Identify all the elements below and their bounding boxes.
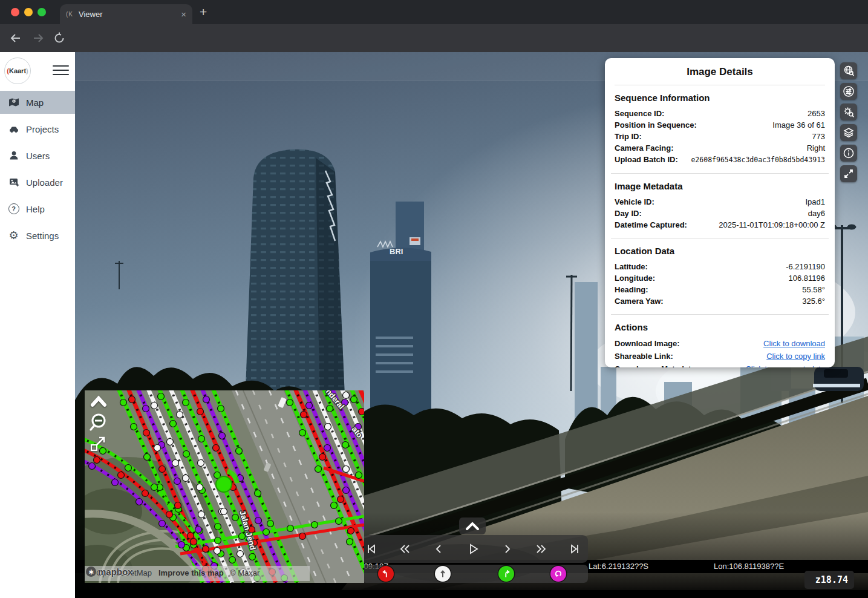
back-button[interactable]	[8, 31, 23, 45]
play-button[interactable]	[466, 542, 480, 556]
browser-tab[interactable]: (K Viewer ×	[60, 4, 192, 24]
sidebar-item-settings[interactable]: ⚙ Settings	[0, 224, 75, 247]
detail-row: Copy Image Metadata: Click to copy metad…	[615, 363, 825, 367]
detail-row: Trip ID: 773	[615, 131, 825, 142]
detail-row: Position in Sequence: Image 36 of 61	[615, 119, 825, 131]
minimap-canvas: nderal ato Jalan Jend	[85, 390, 364, 583]
sidebar-item-help[interactable]: ? Help	[0, 197, 75, 220]
section-title-metadata: Image Metadata	[615, 181, 825, 191]
detail-row: Longitude: 106.81196	[615, 272, 825, 284]
mapbox-star-icon: ∗	[86, 567, 96, 577]
filter-settings-button[interactable]	[840, 83, 857, 100]
minimize-window-button[interactable]	[24, 8, 33, 16]
globe-search-icon	[843, 65, 855, 77]
sidebar-item-uploader[interactable]: Uploader	[0, 171, 75, 194]
tab-title: Viewer	[79, 10, 181, 19]
skip-first-button[interactable]	[364, 542, 379, 556]
section-title-location: Location Data	[615, 246, 825, 256]
detail-row: Latitude: -6.2191190	[615, 261, 825, 272]
zoom-window-button[interactable]	[38, 8, 46, 16]
mapbox-logo[interactable]: ∗ mapbox	[86, 567, 133, 577]
copy-metadata-link[interactable]: Click to copy metadata	[745, 363, 825, 367]
detail-row: Sequence ID: 2653	[615, 108, 825, 119]
close-window-button[interactable]	[11, 8, 19, 16]
car-icon	[8, 123, 19, 134]
maxar-attribution: © Maxar	[230, 568, 259, 577]
collapse-controls-button[interactable]	[459, 518, 486, 534]
sidebar-item-label: Settings	[26, 231, 59, 241]
minimap[interactable]: nderal ato Jalan Jend	[85, 390, 364, 583]
latitude-readout: Lat:6.219132??S	[589, 562, 648, 571]
detail-row: Camera Yaw: 325.6°	[615, 295, 825, 307]
detail-row: Heading: 55.58°	[615, 284, 825, 295]
sliders-icon	[843, 85, 855, 97]
image-viewer[interactable]: BRI	[75, 52, 868, 598]
section-title-sequence: Sequence Information	[615, 93, 825, 103]
gear-search-icon	[843, 106, 855, 118]
fast-rewind-button[interactable]	[398, 542, 413, 556]
map-search-button[interactable]	[840, 62, 857, 79]
detail-row: Vehicle ID: Ipad1	[615, 196, 825, 208]
playback-bar	[358, 535, 588, 563]
detail-row: Camera Facing: Right	[615, 142, 825, 154]
fast-forward-button[interactable]	[534, 542, 548, 556]
help-icon: ?	[8, 203, 19, 214]
minimap-collapse-button[interactable]	[88, 393, 109, 410]
previous-image-button[interactable]	[432, 542, 446, 556]
minimap-expand-button[interactable]	[90, 435, 106, 452]
layers-icon	[843, 126, 855, 139]
straight-button[interactable]	[435, 566, 451, 582]
sidebar-item-users[interactable]: Users	[0, 144, 75, 167]
close-tab-icon[interactable]: ×	[181, 9, 186, 19]
sidebar-item-projects[interactable]: Projects	[0, 117, 75, 140]
car-on-highway	[813, 367, 864, 391]
skip-last-button[interactable]	[567, 542, 582, 556]
tab-strip: (K Viewer × +	[0, 0, 868, 24]
layers-button[interactable]	[840, 124, 857, 141]
detail-row: Shareable Link: Click to copy link	[615, 350, 825, 363]
advanced-search-button[interactable]	[840, 104, 857, 120]
next-image-button[interactable]	[500, 542, 514, 556]
browser-window: (K Viewer × + viewer.kaart.com/#mapHash=…	[0, 0, 868, 598]
app-sidebar: (Kaart) Map Projects Users	[0, 52, 75, 598]
sidebar-item-label: Help	[26, 204, 45, 214]
turn-left-button[interactable]	[378, 566, 394, 582]
sidebar-nav: Map Projects Users Uploader	[0, 91, 75, 251]
gear-icon: ⚙	[8, 230, 19, 241]
zoom-level-badge: z18.74	[804, 571, 854, 589]
sidebar-item-label: Projects	[26, 124, 59, 134]
menu-button[interactable]	[53, 65, 69, 75]
info-icon	[843, 147, 855, 159]
longitude-readout: Lon:106.811938??E	[714, 562, 784, 571]
map-attribution: © OpenStreetMap ∗ mapbox Improve this ma…	[85, 566, 310, 581]
minimap-zoom-out-button[interactable]	[88, 412, 108, 433]
detail-row: Download Image: Click to download	[615, 337, 825, 350]
image-details-panel: Image Details Sequence Information Seque…	[605, 58, 835, 367]
image-upload-icon	[8, 177, 19, 188]
copy-share-link[interactable]: Click to copy link	[766, 350, 825, 363]
forward-button[interactable]	[31, 31, 45, 45]
sidebar-item-label: Uploader	[26, 177, 63, 188]
info-button[interactable]	[840, 145, 857, 162]
sidebar-item-map[interactable]: Map	[0, 91, 75, 114]
turn-right-button[interactable]	[498, 566, 514, 582]
browser-toolbar: viewer.kaart.com/#mapHash=18.74/-6.21911…	[0, 24, 868, 52]
section-title-actions: Actions	[615, 322, 825, 332]
tab-favicon: (K	[66, 11, 73, 18]
letterbox-band	[75, 590, 868, 598]
user-icon	[8, 150, 19, 161]
fullscreen-button[interactable]	[840, 165, 857, 182]
detail-row: Datetime Captured: 2025-11-01T01:09:18+0…	[615, 219, 825, 231]
download-image-link[interactable]: Click to download	[763, 337, 825, 350]
kaart-logo: (Kaart)	[4, 58, 31, 84]
map-tools	[840, 62, 857, 182]
panel-title: Image Details	[615, 58, 825, 85]
logo-text: Kaart	[9, 67, 26, 74]
detail-row: Upload Batch ID: e2608f965438c3d0ac3f0b8…	[615, 154, 825, 166]
reload-button[interactable]	[52, 31, 67, 45]
new-tab-button[interactable]: +	[200, 5, 207, 19]
map-icon	[8, 97, 19, 108]
u-turn-button[interactable]	[550, 566, 566, 582]
logo-paren-right: )	[26, 67, 28, 74]
improve-map-link[interactable]: Improve this map	[158, 568, 224, 577]
